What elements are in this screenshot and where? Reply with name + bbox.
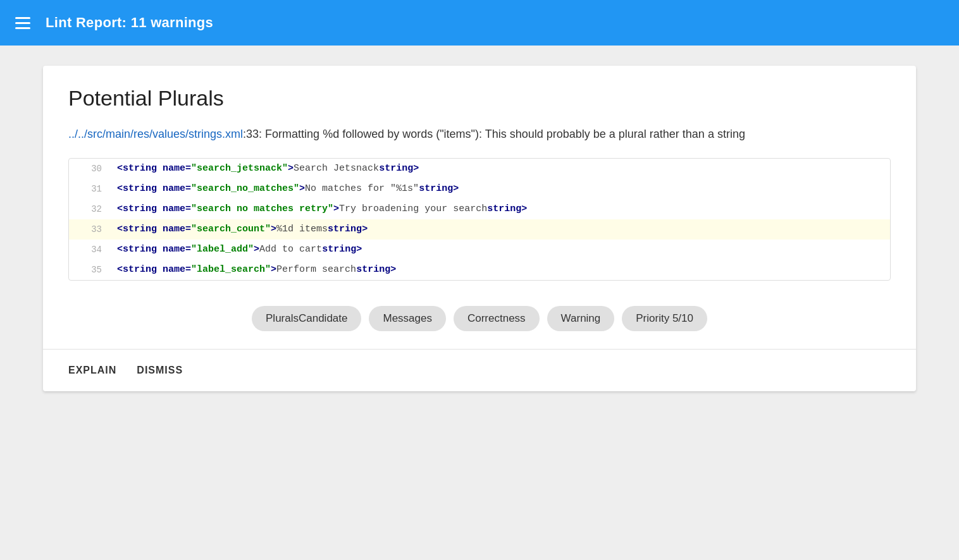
main-content: Potential Plurals ../../src/main/res/val… xyxy=(0,46,959,411)
code-block: 30<string name="search_jetsnack">Search … xyxy=(68,158,891,281)
code-content: <string name="label_search">Perform sear… xyxy=(117,262,396,277)
code-line: 30<string name="search_jetsnack">Search … xyxy=(69,159,890,179)
tag-chip[interactable]: Correctness xyxy=(454,306,540,331)
code-content: <string name="search_no_matches">No matc… xyxy=(117,181,459,197)
code-line: 32<string name="search no matches retry"… xyxy=(69,199,890,219)
explain-button[interactable]: EXPLAIN xyxy=(68,362,116,379)
line-number: 30 xyxy=(79,162,102,176)
tag-chip[interactable]: Priority 5/10 xyxy=(622,306,707,331)
code-line: 31<string name="search_no_matches">No ma… xyxy=(69,179,890,199)
file-link[interactable]: ../../src/main/res/values/strings.xml xyxy=(68,128,243,140)
issue-description: ../../src/main/res/values/strings.xml:33… xyxy=(68,126,891,143)
card-title: Potential Plurals xyxy=(68,86,891,111)
tags-row: PluralsCandidateMessagesCorrectnessWarni… xyxy=(68,296,891,349)
tag-chip[interactable]: PluralsCandidate xyxy=(252,306,361,331)
code-content: <string name="search_count">%1d itemsstr… xyxy=(117,222,368,237)
code-line: 33<string name="search_count">%1d itemss… xyxy=(69,219,890,240)
line-number: 32 xyxy=(79,202,102,216)
line-number: 33 xyxy=(79,222,102,236)
code-line: 35<string name="label_search">Perform se… xyxy=(69,260,890,280)
code-content: <string name="label_add">Add to cartstri… xyxy=(117,242,362,257)
menu-icon[interactable] xyxy=(15,17,30,29)
code-line: 34<string name="label_add">Add to cartst… xyxy=(69,240,890,260)
dismiss-button[interactable]: DISMISS xyxy=(137,362,183,379)
tag-chip[interactable]: Messages xyxy=(369,306,445,331)
issue-text: :33: Formatting %d followed by words ("i… xyxy=(243,128,745,140)
code-content: <string name="search no matches retry">T… xyxy=(117,202,527,217)
code-content: <string name="search_jetsnack">Search Je… xyxy=(117,161,419,176)
lint-card: Potential Plurals ../../src/main/res/val… xyxy=(43,66,916,391)
line-number: 34 xyxy=(79,243,102,257)
line-number: 35 xyxy=(79,263,102,277)
tag-chip[interactable]: Warning xyxy=(547,306,615,331)
header-title: Lint Report: 11 warnings xyxy=(46,15,213,31)
app-header: Lint Report: 11 warnings xyxy=(0,0,959,46)
line-number: 31 xyxy=(79,182,102,196)
card-footer: EXPLAIN DISMISS xyxy=(68,350,891,391)
